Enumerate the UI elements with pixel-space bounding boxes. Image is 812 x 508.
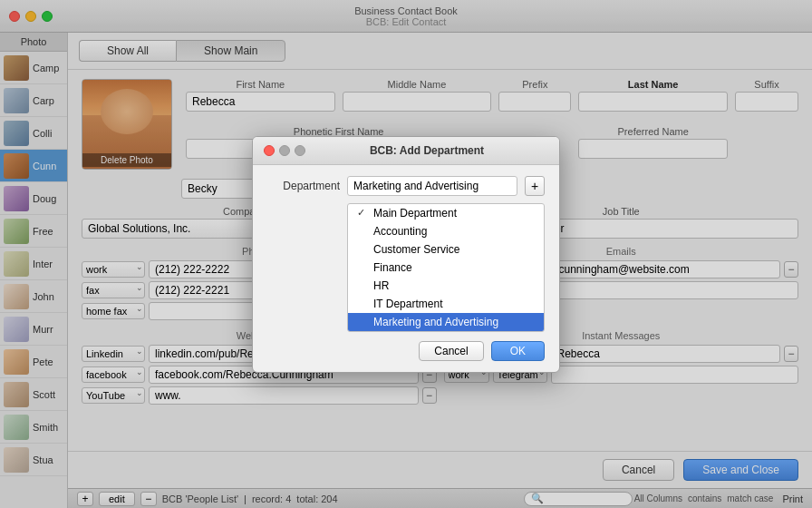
dept-it-label: IT Department [373,298,442,310]
popup-overlay: BCB: Add Department Department + ✓ Main … [0,0,812,508]
dept-item-customer[interactable]: Customer Service [348,240,544,259]
dept-marketing-label: Marketing and Advertising [373,316,498,328]
dept-accounting-label: Accounting [373,225,427,238]
popup-title-bar: BCB: Add Department [253,137,559,165]
popup-close-button[interactable] [264,145,275,156]
add-department-popup: BCB: Add Department Department + ✓ Main … [252,136,560,373]
dept-item-finance[interactable]: Finance [348,259,544,277]
popup-title: BCB: Add Department [305,144,548,157]
dept-customer-label: Customer Service [373,243,459,256]
popup-body: Department + ✓ Main Department Accountin… [253,165,559,372]
popup-ok-button[interactable]: OK [491,341,545,361]
popup-controls[interactable] [264,145,305,156]
popup-dept-row: Department + [267,176,545,196]
popup-cancel-button[interactable]: Cancel [419,341,483,361]
dept-label: Department [267,180,340,192]
dept-input[interactable] [347,176,517,196]
dept-item-hr[interactable]: HR [348,277,544,295]
dept-main-label: Main Department [373,207,457,220]
popup-min-button[interactable] [279,145,290,156]
dept-hr-label: HR [373,279,389,292]
department-dropdown-list: ✓ Main Department Accounting Customer Se… [347,203,545,332]
dept-item-it[interactable]: IT Department [348,295,544,313]
dept-item-accounting[interactable]: Accounting [348,222,544,240]
dept-finance-label: Finance [373,261,412,274]
popup-max-button[interactable] [295,145,305,156]
popup-buttons: Cancel OK [267,341,545,361]
popup-add-dept-button[interactable]: + [525,176,545,196]
dept-item-main[interactable]: ✓ Main Department [348,204,544,222]
dept-item-marketing[interactable]: Marketing and Advertising [348,313,544,331]
check-main: ✓ [357,207,368,219]
